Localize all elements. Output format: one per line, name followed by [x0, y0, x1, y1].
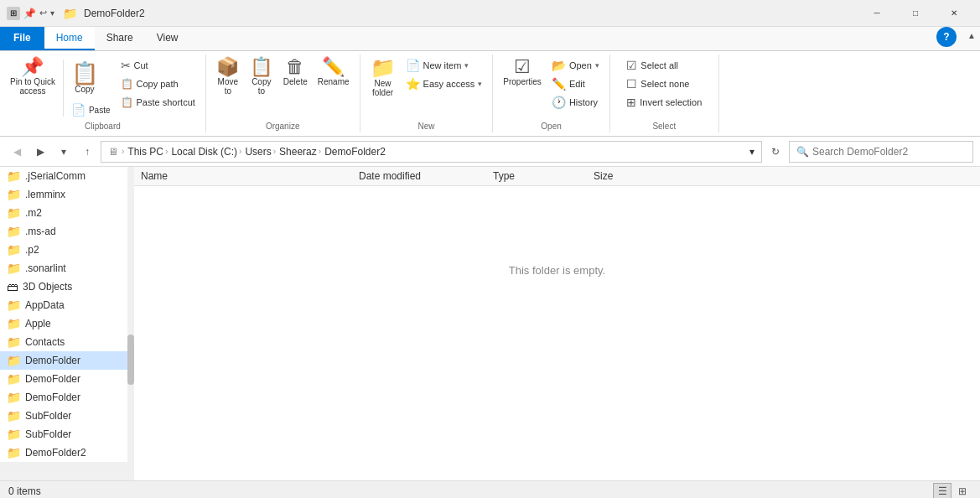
edit-label: Edit [569, 79, 585, 89]
tab-view[interactable]: View [145, 27, 190, 50]
delete-icon: 🗑 [286, 58, 304, 76]
minimize-button[interactable]: ─ [858, 0, 896, 27]
group-new: 📁 New folder 📄 New item ▾ ⭐ Easy access … [360, 54, 494, 132]
tab-share[interactable]: Share [95, 27, 145, 50]
sidebar-item-label: DemoFolder [25, 392, 80, 403]
sidebar-item[interactable]: 📁DemoFolder2 [0, 444, 133, 462]
folder-icon: 📁 [7, 446, 21, 459]
sidebar-item[interactable]: 📁Apple [0, 314, 133, 333]
details-view-button[interactable]: ☰ [933, 483, 951, 499]
pin-quick-access-button[interactable]: 📌 Pin to Quick access [5, 56, 60, 97]
paste-label: Paste [89, 106, 111, 115]
sidebar-item[interactable]: 📁.sonarlint [0, 259, 133, 278]
properties-button[interactable]: ☑ Properties [498, 56, 547, 88]
properties-label: Properties [503, 77, 542, 86]
sidebar-item-label: Apple [25, 318, 51, 329]
open-icon: 📂 [552, 59, 566, 72]
move-to-button[interactable]: 📦 Move to [211, 56, 245, 97]
bc-sheeraz[interactable]: Sheeraz › [279, 146, 321, 158]
paste-shortcut-button[interactable]: 📋 Paste shortcut [116, 93, 200, 112]
sidebar-item[interactable]: 📁.m2 [0, 204, 133, 222]
folder-icon: 📁 [7, 335, 21, 349]
sidebar-item[interactable]: 📁.ms-ad [0, 222, 133, 241]
new-group-label: New [417, 122, 434, 131]
sidebar-item[interactable]: 📁SubFolder [0, 425, 133, 444]
ribbon-expand-button[interactable]: ▲ [963, 27, 980, 44]
ribbon-tabs: File Home Share View ? ▲ [0, 27, 980, 50]
sidebar-item[interactable]: 📁SubFolder [0, 407, 133, 425]
easy-access-button[interactable]: ⭐ Easy access ▾ [401, 75, 488, 93]
sidebar-item[interactable]: 📁DemoFolder [0, 351, 133, 370]
new-item-icon: 📄 [406, 59, 420, 72]
copy-button[interactable]: 📋 Copy [66, 56, 116, 100]
address-dropdown[interactable]: ▾ [749, 146, 754, 158]
copy-icon: 📋 [71, 62, 98, 84]
dropdown-arrow[interactable]: ▾ [50, 8, 54, 18]
paste-button[interactable]: 📄 Paste [66, 100, 116, 120]
sidebar-item[interactable]: 📁.p2 [0, 241, 133, 259]
sidebar-item-label: .jSerialComm [25, 170, 86, 182]
sidebar-item[interactable]: 🗃3D Objects [0, 278, 133, 296]
undo-icon[interactable]: ↩ [39, 8, 47, 18]
sidebar-item[interactable]: 📁DemoFolder [0, 388, 133, 407]
up-button[interactable]: ↑ [77, 142, 97, 162]
copy-path-icon: 📋 [121, 78, 133, 90]
scrollbar-thumb[interactable] [127, 335, 134, 385]
open-small-col: 📂 Open ▾ ✏️ Edit 🕐 History [547, 56, 604, 112]
scrollbar-track[interactable] [127, 167, 134, 480]
cut-button[interactable]: ✂ Cut [116, 56, 200, 75]
ribbon: File Home Share View ? ▲ [0, 27, 980, 51]
open-button[interactable]: 📂 Open ▾ [547, 56, 604, 75]
copy-to-button[interactable]: 📋 Copy to [245, 56, 278, 97]
bc-users[interactable]: Users › [245, 146, 276, 158]
sidebar-item[interactable]: 📁.jSerialComm [0, 167, 133, 185]
col-size-header[interactable]: Size [594, 170, 661, 182]
sidebar-item[interactable]: 📁DemoFolder [0, 370, 133, 388]
tab-file[interactable]: File [0, 27, 44, 50]
search-input[interactable] [812, 146, 966, 158]
breadcrumb-icon: 🖥 [108, 146, 118, 158]
sidebar-item[interactable]: 📁.lemminx [0, 185, 133, 204]
close-button[interactable]: ✕ [935, 0, 973, 27]
invert-selection-button[interactable]: ⊞ Invert selection [621, 93, 707, 112]
group-clipboard: 📌 Pin to Quick access 📋 Copy 📄 Paste [0, 54, 206, 132]
invert-icon: ⊞ [626, 96, 636, 109]
rename-button[interactable]: ✏️ Rename [313, 56, 355, 88]
move-label: Move to [218, 77, 238, 96]
window-title: DemoFolder2 [84, 8, 145, 19]
bc-demofolder2[interactable]: DemoFolder2 [324, 146, 386, 158]
bc-this-pc[interactable]: This PC › [127, 146, 168, 158]
select-items: ☑ Select all ☐ Select none ⊞ Invert sele… [621, 56, 707, 120]
clipboard-group-label: Clipboard [85, 122, 121, 131]
sidebar-item-label: .lemminx [25, 189, 65, 200]
edit-button[interactable]: ✏️ Edit [547, 75, 604, 93]
copy-path-button[interactable]: 📋 Copy path [116, 75, 200, 93]
large-icons-view-button[interactable]: ⊞ [953, 483, 972, 499]
new-item-button[interactable]: 📄 New item ▾ [401, 56, 488, 75]
sidebar-item-label: DemoFolder [25, 355, 80, 366]
recent-locations-button[interactable]: ▾ [54, 142, 74, 162]
bc-users-label: Users [245, 146, 271, 158]
tab-home[interactable]: Home [44, 27, 95, 50]
maximize-button[interactable]: □ [896, 0, 935, 27]
invert-label: Invert selection [640, 97, 702, 107]
forward-button[interactable]: ▶ [30, 142, 50, 162]
history-button[interactable]: 🕐 History [547, 93, 604, 112]
clipboard-items: 📌 Pin to Quick access 📋 Copy 📄 Paste [5, 56, 200, 120]
col-type-header[interactable]: Type [493, 170, 594, 182]
bc-local-disk[interactable]: Local Disk (C:) › [171, 146, 241, 158]
col-name-header[interactable]: Name [141, 170, 359, 182]
sidebar-item[interactable]: 📁Contacts [0, 333, 133, 351]
select-none-button[interactable]: ☐ Select none [621, 75, 707, 93]
new-folder-button[interactable]: 📁 New folder [366, 56, 401, 99]
address-box[interactable]: 🖥 › This PC › Local Disk (C:) › Users › … [101, 141, 762, 163]
col-date-header[interactable]: Date modified [359, 170, 493, 182]
help-button[interactable]: ? [936, 27, 957, 47]
delete-button[interactable]: 🗑 Delete [278, 56, 313, 88]
folder-icon: 📁 [7, 225, 21, 238]
select-all-button[interactable]: ☑ Select all [621, 56, 707, 75]
sidebar-item[interactable]: 📁AppData [0, 296, 133, 314]
refresh-button[interactable]: ↻ [765, 142, 786, 162]
properties-icon: ☑ [514, 58, 531, 76]
back-button[interactable]: ◀ [7, 142, 27, 162]
